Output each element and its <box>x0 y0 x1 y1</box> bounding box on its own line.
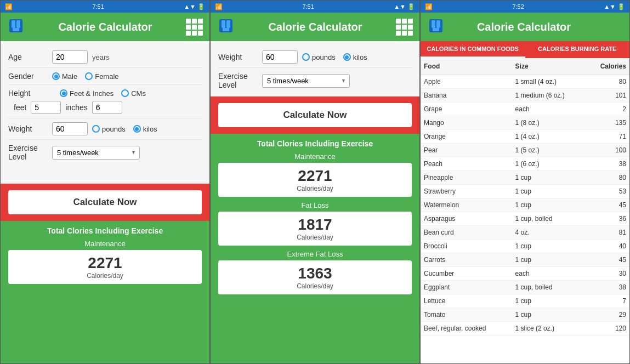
weight-kilos-option-2[interactable]: kilos <box>343 53 367 61</box>
weight-kilos-label-2: kilos <box>353 53 367 61</box>
status-left-1: 📶 <box>5 3 13 10</box>
gender-female-radio[interactable] <box>85 72 93 80</box>
maintenance-unit-1: Calories/day <box>13 272 197 280</box>
status-bar-1: 📶 7:51 ▲▼ 🔋 <box>1 1 209 13</box>
signal-icon-3: 📶 <box>425 3 433 10</box>
tab-common-foods[interactable]: CALORIES IN COMMON FOODS <box>421 41 525 58</box>
status-left-2: 📶 <box>215 3 223 10</box>
results-section-2: Total Clories Including Exercise Mainten… <box>211 134 419 363</box>
weight-pounds-radio-1[interactable] <box>92 125 100 133</box>
maintenance-label-2: Maintenance <box>218 152 412 161</box>
food-calories-cell: 135 <box>586 116 629 130</box>
food-size-cell: 1 cup <box>512 308 587 322</box>
tab-burning-rate[interactable]: CALORIES BURNING RATE <box>525 41 630 58</box>
weight-input-1[interactable] <box>52 122 88 135</box>
weight-pounds-radio-2[interactable] <box>302 53 310 61</box>
food-name-cell: Grape <box>421 103 512 116</box>
food-table: Food Size Calories Apple1 small (4 oz.)8… <box>421 58 629 335</box>
food-size-cell: 1 cup <box>512 171 587 185</box>
food-size-cell: 1 (8 oz.) <box>512 116 587 130</box>
weight-pounds-label-1: pounds <box>102 125 126 133</box>
age-row: Age years <box>8 47 202 68</box>
gender-female-label: Female <box>95 72 118 81</box>
form-section-2: Weight pounds kilos ExerciseLevel <box>211 41 419 96</box>
signal-icon-1: 📶 <box>5 3 13 10</box>
table-row: Peach1 (6 oz.)38 <box>421 157 629 171</box>
weight-pounds-option-2[interactable]: pounds <box>302 53 336 61</box>
food-size-cell: 1 (4 oz.) <box>512 130 587 144</box>
calculate-button-1[interactable]: Calculate Now <box>8 190 202 214</box>
exercise-select-2[interactable]: 5 times/week <box>262 74 350 88</box>
phone-1: 📶 7:51 ▲▼ 🔋 Calorie Calculator <box>0 0 210 364</box>
food-calories-cell: 71 <box>586 130 629 144</box>
table-row: Asparagus1 cup, boiled36 <box>421 212 629 226</box>
food-name-cell: Strawberry <box>421 185 512 198</box>
gender-male-radio[interactable] <box>52 72 60 80</box>
wifi-icon-3: ▲▼ <box>604 3 616 10</box>
gender-male-option[interactable]: Male <box>52 72 77 81</box>
food-calories-cell: 40 <box>586 240 629 253</box>
svg-rect-2 <box>16 20 20 28</box>
height-cm-option[interactable]: CMs <box>121 89 146 98</box>
calculate-button-2[interactable]: Calculate Now <box>218 103 412 127</box>
weight-pounds-option-1[interactable]: pounds <box>92 125 126 133</box>
food-size-cell: 1 cup, boiled <box>512 212 587 226</box>
app-header-1: Calorie Calculator <box>1 13 209 41</box>
weight-input-2[interactable] <box>262 50 298 64</box>
results-title-2: Total Clories Including Exercise <box>218 139 412 148</box>
age-input[interactable] <box>52 50 88 64</box>
svg-rect-7 <box>223 28 229 31</box>
weight-kilos-radio-2[interactable] <box>343 53 351 61</box>
inches-input[interactable] <box>92 101 122 114</box>
food-calories-cell: 101 <box>586 89 629 103</box>
col-calories: Calories <box>586 58 629 75</box>
phone-3: 📶 7:52 ▲▼ 🔋 Calorie Calculator <box>420 0 630 364</box>
extreme-fat-loss-unit-2: Calories/day <box>223 282 407 290</box>
results-title-1: Total Clories Including Exercise <box>8 226 202 235</box>
table-row: Carrots1 cup45 <box>421 253 629 267</box>
svg-rect-1 <box>12 20 15 28</box>
extreme-fat-loss-box-2: 1363 Calories/day <box>218 260 412 294</box>
height-feet-radio[interactable] <box>60 89 67 97</box>
food-name-cell: Broccoli <box>421 240 512 253</box>
food-name-cell: Eggplant <box>421 281 512 294</box>
table-row: Lettuce1 cup7 <box>421 294 629 308</box>
food-size-cell: 1 slice (2 oz.) <box>512 322 587 335</box>
svg-rect-10 <box>436 20 440 28</box>
table-row: Strawberry1 cup53 <box>421 185 629 198</box>
fat-loss-value-2: 1817 <box>223 216 407 234</box>
food-calories-cell: 38 <box>586 157 629 171</box>
age-unit: years <box>92 53 110 61</box>
food-size-cell: 1 cup <box>512 294 587 308</box>
maintenance-value-1: 2271 <box>13 254 197 272</box>
gender-group: Male Female <box>52 72 119 81</box>
grid-menu-icon-1[interactable] <box>186 19 203 36</box>
svg-rect-9 <box>432 20 435 28</box>
grid-menu-icon-2[interactable] <box>396 19 413 36</box>
battery-icon-1: 🔋 <box>197 3 205 10</box>
food-size-cell: 1 cup <box>512 198 587 212</box>
status-left-3: 📶 <box>425 3 433 10</box>
food-size-cell: 4 oz. <box>512 226 587 240</box>
height-cm-radio[interactable] <box>121 89 129 97</box>
exercise-select-1[interactable]: 5 times/week 3 times/week Daily Sedentar… <box>52 146 140 160</box>
height-unit-group: Feet & Inches CMs <box>60 89 146 98</box>
weight-kilos-option-1[interactable]: kilos <box>133 125 157 133</box>
calc-btn-section-1: Calculate Now <box>1 184 209 221</box>
food-calories-cell: 2 <box>586 103 629 116</box>
gender-female-option[interactable]: Female <box>85 72 118 81</box>
status-bar-3: 📶 7:52 ▲▼ 🔋 <box>421 1 629 13</box>
exercise-select-wrapper-2: 5 times/week <box>262 74 350 88</box>
status-right-3: ▲▼ 🔋 <box>604 3 625 10</box>
exercise-label-1: ExerciseLevel <box>8 144 52 161</box>
food-calories-cell: 100 <box>586 144 629 157</box>
signal-icon-2: 📶 <box>215 3 223 10</box>
table-row: Banana1 medium (6 oz.)101 <box>421 89 629 103</box>
time-1: 7:51 <box>92 3 104 10</box>
height-feet-option[interactable]: Feet & Inches <box>60 89 113 98</box>
weight-kilos-radio-1[interactable] <box>133 125 141 133</box>
weight-row-2: Weight pounds kilos <box>218 47 412 68</box>
app-header-3: Calorie Calculator <box>421 13 629 41</box>
app-title-2: Calorie Calculator <box>235 21 396 33</box>
feet-input[interactable] <box>31 101 61 114</box>
